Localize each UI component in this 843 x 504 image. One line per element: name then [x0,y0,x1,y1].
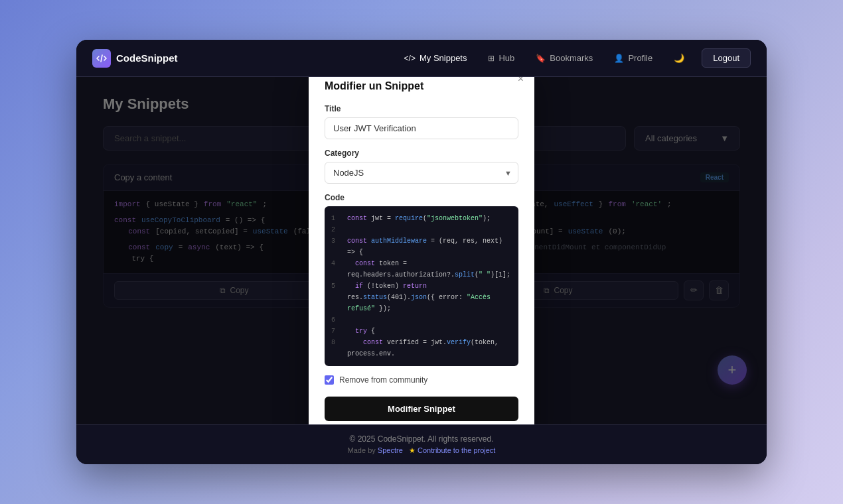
nav-links: </> My Snippets ⊞ Hub 🔖 Bookmarks 👤 Prof… [395,48,751,68]
footer-copyright: © 2025 CodeSnippet. All rights reserved. [76,434,767,444]
remove-community-checkbox[interactable] [325,375,334,385]
title-label: Title [325,104,518,113]
category-dropdown[interactable]: NodeJS React Python JavaScript [325,162,518,184]
footer: © 2025 CodeSnippet. All rights reserved.… [76,424,767,464]
title-form-group: Title [325,104,518,139]
code-icon: </> [404,54,416,63]
nav-theme-toggle[interactable]: 🌙 [664,49,694,67]
app-name: CodeSnippet [116,52,178,64]
checkbox-row: Remove from community [325,375,518,385]
submit-button[interactable]: Modifier Snippet [325,397,518,421]
code-form-group: Code 1const jwt = require("jsonwebtoken"… [325,193,518,366]
footer-credits: Made by Spectre ★ Contribute to the proj… [76,446,767,455]
category-form-group: Category NodeJS React Python JavaScript … [325,149,518,184]
edit-snippet-modal: Modifier un Snippet × Title Category Nod… [309,77,534,424]
code-editor[interactable]: 1const jwt = require("jsonwebtoken"); 2 … [325,206,518,366]
nav-profile[interactable]: 👤 Profile [605,49,662,67]
nav-bookmarks[interactable]: 🔖 Bookmarks [526,49,602,67]
category-select-wrapper: NodeJS React Python JavaScript ▼ [325,162,518,184]
hub-icon: ⊞ [488,54,495,63]
modal-title: Modifier un Snippet [325,80,518,92]
moon-icon: 🌙 [674,53,684,63]
content-area: My Snippets All categories ▼ Copy a cont… [76,77,767,424]
spectre-link[interactable]: Spectre [378,446,403,454]
title-input[interactable] [325,117,518,139]
logo-icon [92,49,111,68]
profile-icon: 👤 [614,54,624,63]
contribute-link[interactable]: Contribute to the project [418,446,495,454]
modal-overlay: Modifier un Snippet × Title Category Nod… [76,77,767,424]
nav-my-snippets[interactable]: </> My Snippets [395,49,477,67]
category-label: Category [325,149,518,158]
modal-close-button[interactable]: × [518,77,524,84]
code-label: Code [325,193,518,202]
nav-hub[interactable]: ⊞ Hub [479,49,524,67]
checkbox-label: Remove from community [339,375,427,385]
navbar: CodeSnippet </> My Snippets ⊞ Hub 🔖 Book… [76,40,767,77]
nav-logo: CodeSnippet [92,49,395,68]
logout-button[interactable]: Logout [702,48,751,68]
bookmark-icon: 🔖 [536,54,546,63]
star-icon: ★ [409,446,416,454]
